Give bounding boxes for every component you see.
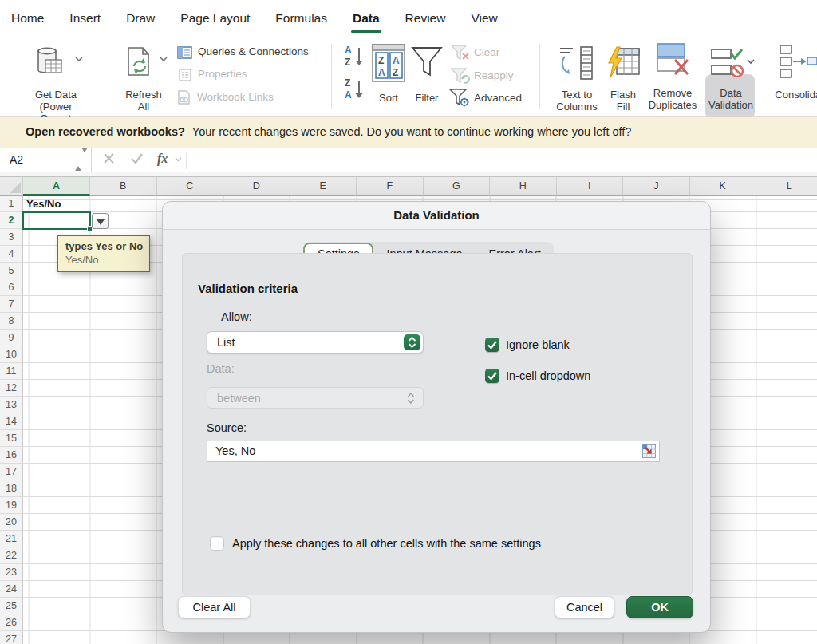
- dialog-title: Data Validation: [163, 202, 710, 229]
- allow-select-value: List: [217, 336, 235, 349]
- row-header-23[interactable]: 23: [0, 564, 23, 581]
- data-validation-button[interactable]: Data Validation: [705, 41, 758, 114]
- column-header-B[interactable]: B: [90, 177, 157, 196]
- row-header-20[interactable]: 20: [0, 514, 23, 531]
- row-header-8[interactable]: 8: [0, 313, 23, 330]
- ignore-blank-checkbox[interactable]: [485, 338, 499, 352]
- reapply-filter-label: Reapply: [474, 69, 514, 81]
- row-header-16[interactable]: 16: [0, 447, 23, 464]
- cancel-button[interactable]: Cancel: [555, 596, 614, 618]
- criteria-heading: Validation criteria: [198, 282, 298, 295]
- incell-dropdown-checkbox[interactable]: [485, 369, 499, 383]
- tab-data[interactable]: Data: [353, 11, 380, 26]
- source-input[interactable]: Yes, No: [207, 441, 660, 462]
- column-header-I[interactable]: I: [557, 177, 624, 196]
- row-header-14[interactable]: 14: [0, 413, 23, 430]
- row-header-10[interactable]: 10: [0, 346, 23, 363]
- sort-icon: Z A A Z: [372, 44, 405, 84]
- clear-filter-label: Clear: [474, 46, 499, 58]
- row-header-11[interactable]: 11: [0, 363, 23, 380]
- column-header-D[interactable]: D: [223, 177, 290, 196]
- insert-function-button[interactable]: fx: [157, 152, 168, 166]
- tab-page-layout[interactable]: Page Layout: [180, 11, 250, 26]
- allow-select[interactable]: List: [207, 331, 424, 354]
- tab-view[interactable]: View: [471, 11, 497, 26]
- dialog-title-bar[interactable]: Data Validation: [163, 202, 710, 230]
- svg-text:Z: Z: [345, 57, 350, 68]
- apply-all-checkbox[interactable]: [210, 536, 224, 551]
- row-header-2[interactable]: 2: [0, 212, 23, 229]
- row-header-4[interactable]: 4: [0, 246, 23, 263]
- range-selector-icon[interactable]: [642, 444, 656, 458]
- clear-filter-button[interactable]: Clear: [450, 44, 522, 63]
- advanced-filter-button[interactable]: Advanced: [448, 88, 536, 109]
- tab-review[interactable]: Review: [405, 11, 446, 26]
- in-cell-dropdown-button[interactable]: [92, 213, 109, 229]
- row-header-17[interactable]: 17: [0, 464, 23, 480]
- column-header-H[interactable]: H: [490, 177, 557, 196]
- advanced-filter-label: Advanced: [474, 92, 522, 104]
- column-header-A[interactable]: A: [23, 177, 90, 196]
- fx-chevron-icon[interactable]: [175, 157, 182, 162]
- column-headers: ABCDEFGHIJKL: [0, 177, 817, 196]
- confirm-entry-icon[interactable]: [130, 152, 144, 164]
- row-header-7[interactable]: 7: [0, 296, 23, 313]
- row-header-22[interactable]: 22: [0, 547, 23, 564]
- row-header-12[interactable]: 12: [0, 380, 23, 397]
- consolidate-button[interactable]: Consolidat: [772, 42, 817, 114]
- column-header-K[interactable]: K: [690, 177, 757, 196]
- allow-label: Allow:: [221, 310, 252, 323]
- row-header-18[interactable]: 18: [0, 480, 23, 497]
- reapply-filter-button[interactable]: Reapply: [450, 67, 530, 86]
- excel-window: Home Insert Draw Page Layout Formulas Da…: [0, 0, 817, 644]
- row-header-27[interactable]: 27: [0, 631, 23, 644]
- row-header-26[interactable]: 26: [0, 614, 23, 631]
- filter-button[interactable]: Filter: [408, 44, 445, 114]
- row-header-15[interactable]: 15: [0, 430, 23, 447]
- queries-connections-button[interactable]: Queries & Connections: [177, 45, 329, 63]
- consolidate-label: Consolidat: [761, 89, 817, 101]
- tab-draw[interactable]: Draw: [126, 11, 155, 26]
- cell-a1-value[interactable]: Yes/No: [26, 196, 61, 212]
- column-header-L[interactable]: L: [756, 177, 817, 196]
- tab-insert[interactable]: Insert: [69, 11, 101, 26]
- sort-az-icon: AZ: [343, 43, 367, 70]
- get-data-button[interactable]: Get Data (Power Query): [11, 42, 101, 114]
- column-header-F[interactable]: F: [357, 177, 424, 196]
- clear-all-button[interactable]: Clear All: [178, 596, 251, 618]
- tab-home[interactable]: Home: [11, 11, 44, 26]
- chevron-down-icon: [75, 57, 83, 62]
- row-header-3[interactable]: 3: [0, 229, 23, 246]
- row-header-24[interactable]: 24: [0, 581, 23, 598]
- sort-ascending-button[interactable]: AZ: [343, 43, 367, 72]
- banner-text: Your recent changes were saved. Do you w…: [192, 125, 632, 138]
- remove-duplicates-button[interactable]: Remove Duplicates: [646, 41, 699, 114]
- column-header-E[interactable]: E: [290, 177, 357, 196]
- formula-input[interactable]: [187, 148, 817, 172]
- row-header-19[interactable]: 19: [0, 497, 23, 514]
- properties-button[interactable]: Properties: [179, 68, 298, 85]
- row-headers: 1234567891011121314151617181920212223242…: [0, 196, 23, 644]
- source-value: Yes, No: [215, 444, 255, 457]
- row-header-6[interactable]: 6: [0, 279, 23, 296]
- cancel-entry-icon[interactable]: [103, 152, 115, 164]
- ok-button[interactable]: OK: [626, 596, 693, 618]
- row-header-13[interactable]: 13: [0, 397, 23, 413]
- row-header-25[interactable]: 25: [0, 598, 23, 614]
- apply-all-label: Apply these changes to all other cells w…: [232, 537, 541, 550]
- row-header-1[interactable]: 1: [0, 196, 23, 212]
- column-header-J[interactable]: J: [623, 177, 690, 196]
- tooltip-title: types Yes or No: [65, 240, 142, 252]
- name-box[interactable]: A2: [0, 148, 92, 172]
- workbook-links-button[interactable]: Workbook Links: [177, 90, 305, 108]
- name-box-stepper[interactable]: [75, 152, 88, 167]
- row-header-21[interactable]: 21: [0, 531, 23, 547]
- row-header-9[interactable]: 9: [0, 330, 23, 346]
- column-header-G[interactable]: G: [424, 177, 491, 196]
- disabled-stepper-icon: [405, 391, 416, 405]
- refresh-all-button[interactable]: Refresh All: [112, 42, 176, 114]
- validation-input-tooltip: types Yes or No Yes/No: [57, 235, 150, 272]
- tab-formulas[interactable]: Formulas: [275, 11, 327, 26]
- row-header-5[interactable]: 5: [0, 263, 23, 279]
- column-header-C[interactable]: C: [157, 177, 224, 196]
